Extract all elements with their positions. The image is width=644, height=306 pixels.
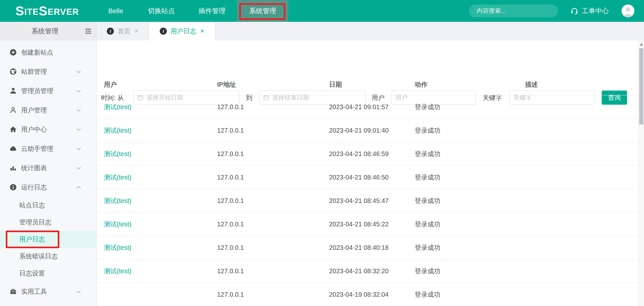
col-header-desc: 描述 [525,80,538,89]
ip-cell: 127.0.0.1 [217,221,244,228]
subitem-label: 系统错误日志 [19,253,58,260]
sidebar-item-utilities[interactable]: 实用工具 [0,282,96,301]
ip-cell: 127.0.0.1 [217,103,244,111]
logo[interactable]: SITESERVER [15,0,79,22]
date-cell: 2023-04-21 09:01:57 [329,103,389,111]
scrollbar-thumb[interactable] [639,48,643,125]
briefcase-icon [9,288,17,295]
nav-item-plugin-admin[interactable]: 插件管理 [197,0,227,22]
tab-bar: i 首页 × i 用户日志 × [97,22,644,40]
action-cell: 登录成功 [415,150,440,158]
date-cell: 2023-04-21 08:45:22 [329,221,389,228]
action-cell: 登录成功 [415,197,440,205]
chevron-up-icon [76,186,81,189]
nav-item-belle[interactable]: Belle [104,0,127,22]
table-row: 测试(test) 127.0.0.1 2023-04-21 09:01:40 登… [97,119,638,142]
action-cell: 登录成功 [415,267,440,275]
action-cell: 登录成功 [415,290,440,299]
user-link[interactable]: 测试(test) [104,243,131,252]
sidebar-item-label: 运行日志 [21,183,47,192]
tab-home[interactable]: i 首页 × [97,22,149,40]
sidebar-item-label: 管理员管理 [21,87,53,95]
date-cell: 2023-04-19 08:32:04 [329,291,389,298]
sidebar-item-user-center[interactable]: 用户中心 [0,120,96,139]
table-row: 127.0.0.1 2023-04-19 08:32:04 登录成功 [97,283,638,306]
action-cell: 登录成功 [415,173,440,182]
sidebar-item-site-group[interactable]: 站群管理 [0,62,96,81]
cloud-icon [9,145,17,153]
ticket-center-label: 工单中心 [582,6,609,15]
sidebar-subitem-error-log[interactable]: 系统错误日志 [0,248,96,265]
sidebar-item-statistics[interactable]: 统计图表 [0,158,96,178]
user-link[interactable]: 测试(test) [104,173,131,182]
sidebar-header: 系统管理 [0,22,96,40]
subitem-label: 用户日志 [19,236,45,243]
vertical-scrollbar[interactable] [638,40,644,306]
sidebar-subitem-user-log[interactable]: 用户日志 [0,231,96,248]
date-cell: 2023-04-21 09:01:40 [329,127,389,134]
person-silhouette-icon [622,4,634,17]
table-row: 测试(test) 127.0.0.1 2023-04-21 08:46:59 登… [97,142,638,166]
user-log-table: 用户 IP地址 日期 动作 描述 测试(test) 127.0.0.1 2023… [97,74,638,306]
user-link[interactable]: 测试(test) [104,220,131,229]
date-cell: 2023-04-21 08:45:47 [329,197,389,205]
sidebar-menu: 创建新站点 站群管理 管理员管理 用户管理 [0,40,96,301]
date-cell: 2023-04-21 08:32:20 [329,267,389,275]
ip-cell: 127.0.0.1 [217,150,244,158]
scroll-up-arrow-icon[interactable] [640,43,643,46]
sidebar-item-admin-management[interactable]: 管理员管理 [0,81,96,101]
search-input[interactable] [477,7,555,14]
user-link[interactable]: 测试(test) [104,267,131,275]
content-search [469,4,558,17]
action-cell: 登录成功 [415,126,440,135]
ip-cell: 127.0.0.1 [217,267,244,275]
ip-cell: 127.0.0.1 [217,174,244,181]
nav-item-system-admin[interactable]: 系统管理 [237,0,288,22]
user-link[interactable]: 测试(test) [104,103,131,111]
ticket-center-link[interactable]: 工单中心 [570,0,609,22]
date-cell: 2023-04-21 08:46:59 [329,150,389,158]
close-icon[interactable]: × [200,28,204,35]
table-row: 测试(test) 127.0.0.1 2023-04-21 09:01:57 登… [97,95,638,119]
sidebar-item-label: 站群管理 [21,67,47,76]
sidebar-collapse-icon[interactable] [84,27,92,35]
nav-item-switch-site[interactable]: 切换站点 [146,0,177,22]
date-cell: 2023-04-21 08:46:50 [329,174,389,181]
sidebar-item-label: 用户中心 [21,125,47,134]
user-link[interactable]: 测试(test) [104,126,131,135]
subitem-label: 管理员日志 [19,219,51,226]
siteserver-admin-screen: SITESERVER Belle 切换站点 插件管理 系统管理 工单中心 [0,0,644,306]
close-icon[interactable]: × [134,28,139,35]
action-cell: 登录成功 [415,220,440,229]
sidebar-item-user-management[interactable]: 用户管理 [0,101,96,120]
sidebar: 系统管理 创建新站点 站群管理 [0,22,97,306]
sidebar-item-cloud-assistant[interactable]: 云助手管理 [0,139,96,158]
sidebar-subitem-admin-log[interactable]: 管理员日志 [0,214,96,231]
chevron-down-icon [76,147,81,150]
chevron-down-icon [76,90,81,92]
table-row: 测试(test) 127.0.0.1 2023-04-21 08:45:22 登… [97,213,638,236]
sidebar-item-label: 统计图表 [21,164,47,172]
avatar[interactable] [622,4,634,17]
col-header-date: 日期 [329,80,342,89]
sidebar-item-label: 用户管理 [21,106,47,115]
sidebar-item-run-logs[interactable]: 运行日志 [0,178,96,197]
user-link[interactable]: 测试(test) [104,150,131,158]
info-icon: i [107,28,114,35]
tab-label: 用户日志 [171,27,196,36]
main-content: 时间: 从 到 用户 关键字 查 [97,40,638,306]
admin-icon [9,87,17,95]
action-cell: 登录成功 [415,103,440,111]
chevron-down-icon [76,70,81,73]
table-row: 测试(test) 127.0.0.1 2023-04-21 08:46:50 登… [97,166,638,189]
sidebar-subitem-site-log[interactable]: 站点日志 [0,197,96,214]
user-link[interactable]: 测试(test) [104,197,131,205]
action-cell: 登录成功 [415,243,440,252]
sidebar-subitem-log-settings[interactable]: 日志设置 [0,265,96,282]
subitem-label: 站点日志 [19,202,45,209]
tab-user-log[interactable]: i 用户日志 × [149,22,215,40]
sidebar-item-create-site[interactable]: 创建新站点 [0,43,96,62]
table-row: 测试(test) 127.0.0.1 2023-04-21 08:40:18 登… [97,236,638,259]
col-header-action: 动作 [415,80,428,89]
sidebar-item-label: 实用工具 [21,287,47,296]
